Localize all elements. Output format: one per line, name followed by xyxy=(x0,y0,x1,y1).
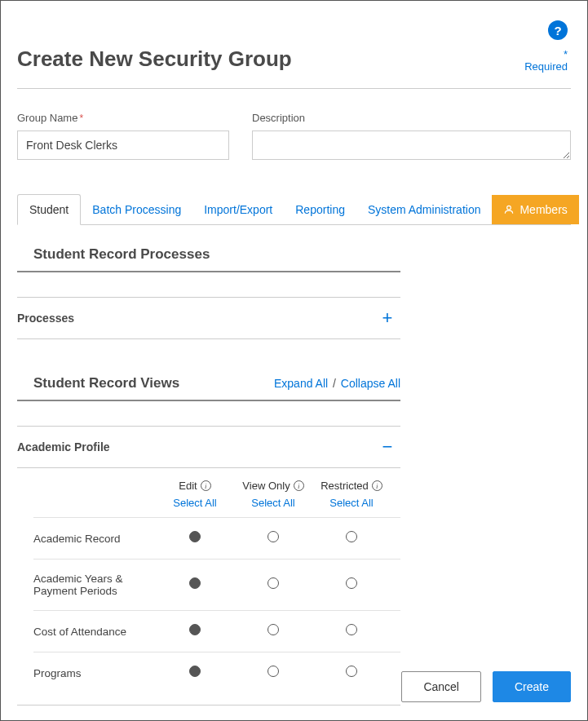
create-button[interactable]: Create xyxy=(493,671,571,702)
info-icon[interactable]: i xyxy=(294,480,304,491)
student-record-processes-title: Student Record Processes xyxy=(17,238,400,272)
page-title: Create New Security Group xyxy=(17,46,571,72)
tab-reporting[interactable]: Reporting xyxy=(284,195,356,224)
row-label: Academic Years & Payment Periods xyxy=(33,573,156,597)
radio-edit[interactable] xyxy=(189,624,201,635)
select-all-restricted[interactable]: Select All xyxy=(312,497,391,509)
processes-accordion[interactable]: Processes + xyxy=(17,297,400,339)
radio-view[interactable] xyxy=(267,577,279,589)
required-label: Required xyxy=(524,60,568,73)
perm-row-programs: Programs xyxy=(33,652,400,693)
col-header-view-only: View Only xyxy=(242,480,290,492)
student-record-views-title: Student Record Views Expand All / Collap… xyxy=(17,367,400,401)
radio-view[interactable] xyxy=(267,666,279,677)
plus-icon[interactable]: + xyxy=(379,717,396,721)
radio-restricted[interactable] xyxy=(346,531,357,542)
help-button[interactable]: ? xyxy=(548,20,568,40)
processes-label: Processes xyxy=(17,312,74,325)
info-icon[interactable]: i xyxy=(372,480,382,491)
cancel-button[interactable]: Cancel xyxy=(401,671,481,702)
tab-import-export[interactable]: Import/Export xyxy=(192,195,284,224)
row-label: Cost of Attendance xyxy=(33,626,156,638)
col-header-restricted: Restricted xyxy=(321,480,369,492)
views-title-text: Student Record Views xyxy=(33,375,179,391)
perm-row-cost-of-attendance: Cost of Attendance xyxy=(33,610,400,652)
tab-student[interactable]: Student xyxy=(17,194,81,225)
select-all-view[interactable]: Select All xyxy=(234,497,312,509)
radio-view[interactable] xyxy=(267,624,279,635)
required-asterisk: * xyxy=(524,48,568,60)
separator-text: / xyxy=(331,377,338,390)
tab-system-administration[interactable]: System Administration xyxy=(356,195,493,224)
required-star-icon: * xyxy=(79,113,83,124)
tab-batch-processing[interactable]: Batch Processing xyxy=(81,195,192,224)
group-name-label-text: Group Name xyxy=(17,112,77,124)
academic-profile-label: Academic Profile xyxy=(17,440,110,453)
row-label: Academic Record xyxy=(33,533,156,545)
radio-view[interactable] xyxy=(267,531,279,542)
required-indicator: * Required xyxy=(524,48,568,73)
members-icon xyxy=(503,204,515,215)
tab-members[interactable]: Members xyxy=(492,195,578,224)
academic-profile-accordion[interactable]: Academic Profile − xyxy=(17,426,400,467)
description-label: Description xyxy=(252,112,571,124)
group-name-label: Group Name* xyxy=(17,112,229,124)
row-label: Programs xyxy=(33,667,156,679)
perm-row-academic-years: Academic Years & Payment Periods xyxy=(33,559,400,610)
tab-members-label: Members xyxy=(519,203,567,216)
radio-edit[interactable] xyxy=(189,666,201,677)
radio-restricted[interactable] xyxy=(346,624,357,635)
radio-edit[interactable] xyxy=(189,577,201,589)
radio-restricted[interactable] xyxy=(346,577,357,589)
group-name-input[interactable] xyxy=(17,130,229,160)
select-all-edit[interactable]: Select All xyxy=(156,497,234,509)
minus-icon[interactable]: − xyxy=(379,438,396,456)
radio-restricted[interactable] xyxy=(346,666,357,677)
tab-bar: Student Batch Processing Import/Export R… xyxy=(17,194,571,225)
communications-accordion[interactable]: Communications + xyxy=(17,705,400,721)
perm-row-academic-record: Academic Record xyxy=(33,517,400,559)
collapse-all-link[interactable]: Collapse All xyxy=(341,377,400,390)
radio-edit[interactable] xyxy=(189,531,201,542)
expand-all-link[interactable]: Expand All xyxy=(274,377,328,390)
col-header-edit: Edit xyxy=(179,480,197,492)
info-icon[interactable]: i xyxy=(201,480,211,491)
description-input[interactable] xyxy=(252,130,571,160)
header-divider xyxy=(17,88,571,89)
plus-icon[interactable]: + xyxy=(379,309,396,327)
svg-point-0 xyxy=(507,206,511,210)
